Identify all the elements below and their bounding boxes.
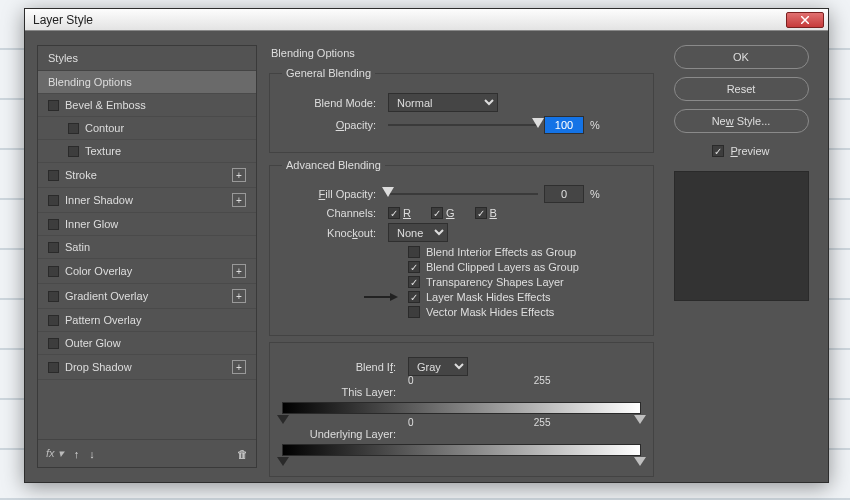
option-checkbox[interactable] [408,261,420,273]
section-title: Blending Options [271,47,654,59]
fill-opacity-label: Fill Opacity: [282,188,382,200]
option-checkbox[interactable] [408,246,420,258]
option-checkbox[interactable] [408,276,420,288]
style-item-texture[interactable]: Texture [38,140,256,163]
opacity-slider[interactable] [388,118,538,132]
this-layer-black-handle[interactable] [277,415,289,424]
style-checkbox[interactable] [48,100,59,111]
right-column: OK Reset New Style... Preview [666,45,816,468]
style-label: Satin [65,241,246,253]
underlying-black-handle[interactable] [277,457,289,466]
style-item-color-overlay[interactable]: Color Overlay+ [38,259,256,284]
option-label: Blend Interior Effects as Group [426,246,576,258]
advanced-blending-group: Advanced Blending Fill Opacity: 0 % Chan… [269,159,654,336]
style-item-pattern-overlay[interactable]: Pattern Overlay [38,309,256,332]
channel-b-checkbox[interactable] [475,207,487,219]
style-label: Contour [85,122,246,134]
knockout-label: Knockout: [282,227,382,239]
percent-label-2: % [590,188,600,200]
style-label: Bevel & Emboss [65,99,246,111]
knockout-select[interactable]: None [388,223,448,242]
option-row: Transparency Shapes Layer [408,276,641,288]
style-checkbox[interactable] [48,315,59,326]
style-checkbox[interactable] [48,338,59,349]
add-effect-icon[interactable]: + [232,193,246,207]
style-label: Blending Options [48,76,246,88]
blend-if-group: Blend If: Gray This Layer: 0 255 Underly… [269,342,654,477]
option-row: Vector Mask Hides Effects [408,306,641,318]
style-item-inner-glow[interactable]: Inner Glow [38,213,256,236]
style-checkbox[interactable] [48,219,59,230]
ok-button[interactable]: OK [674,45,809,69]
blend-if-select[interactable]: Gray [408,357,468,376]
fx-icon[interactable]: fx ▾ [46,447,64,460]
add-effect-icon[interactable]: + [232,168,246,182]
option-checkbox[interactable] [408,291,420,303]
blend-mode-select[interactable]: Normal [388,93,498,112]
style-item-contour[interactable]: Contour [38,117,256,140]
underlying-white-handle[interactable] [634,457,646,466]
option-checkbox[interactable] [408,306,420,318]
style-item-satin[interactable]: Satin [38,236,256,259]
move-up-icon[interactable]: ↑ [74,448,80,460]
style-label: Texture [85,145,246,157]
style-checkbox[interactable] [48,170,59,181]
trash-icon[interactable]: 🗑 [237,448,248,460]
reset-button[interactable]: Reset [674,77,809,101]
styles-panel: Styles Blending OptionsBevel & EmbossCon… [37,45,257,468]
style-label: Gradient Overlay [65,290,226,302]
channel-g-checkbox[interactable] [431,207,443,219]
window-title: Layer Style [33,13,93,27]
style-item-drop-shadow[interactable]: Drop Shadow+ [38,355,256,380]
style-item-outer-glow[interactable]: Outer Glow [38,332,256,355]
general-blending-group: General Blending Blend Mode: Normal Opac… [269,67,654,153]
style-item-gradient-overlay[interactable]: Gradient Overlay+ [38,284,256,309]
opacity-field[interactable]: 100 [544,116,584,134]
add-effect-icon[interactable]: + [232,264,246,278]
preview-checkbox[interactable] [712,145,724,157]
channel-r-checkbox[interactable] [388,207,400,219]
style-checkbox[interactable] [48,242,59,253]
arrow-indicator-icon [364,292,398,304]
underlying-layer-gradient[interactable] [282,444,641,456]
option-label: Transparency Shapes Layer [426,276,564,288]
style-checkbox[interactable] [48,291,59,302]
style-item-stroke[interactable]: Stroke+ [38,163,256,188]
add-effect-icon[interactable]: + [232,289,246,303]
option-label: Layer Mask Hides Effects [426,291,551,303]
style-label: Color Overlay [65,265,226,277]
layer-style-dialog: Layer Style Styles Blending OptionsBevel… [24,8,829,483]
option-label: Blend Clipped Layers as Group [426,261,579,273]
style-checkbox[interactable] [48,266,59,277]
style-label: Stroke [65,169,226,181]
svg-marker-1 [390,293,398,301]
move-down-icon[interactable]: ↓ [89,448,95,460]
add-effect-icon[interactable]: + [232,360,246,374]
preview-swatch [674,171,809,301]
this-layer-white-handle[interactable] [634,415,646,424]
blend-if-label: Blend If: [282,361,402,373]
this-layer-gradient[interactable] [282,402,641,414]
style-checkbox[interactable] [68,146,79,157]
close-icon [801,16,809,24]
underlying-layer-label: Underlying Layer: [282,428,402,440]
option-row: Blend Clipped Layers as Group [408,261,641,273]
style-checkbox[interactable] [48,195,59,206]
style-label: Inner Glow [65,218,246,230]
style-label: Inner Shadow [65,194,226,206]
new-style-button[interactable]: New Style... [674,109,809,133]
fill-opacity-field[interactable]: 0 [544,185,584,203]
fill-opacity-slider[interactable] [388,187,538,201]
style-label: Outer Glow [65,337,246,349]
close-button[interactable] [786,12,824,28]
style-checkbox[interactable] [48,362,59,373]
style-checkbox[interactable] [68,123,79,134]
option-row: Blend Interior Effects as Group [408,246,641,258]
titlebar: Layer Style [25,9,828,31]
style-item-inner-shadow[interactable]: Inner Shadow+ [38,188,256,213]
style-item-bevel-emboss[interactable]: Bevel & Emboss [38,94,256,117]
styles-footer: fx ▾ ↑ ↓ 🗑 [38,439,256,467]
option-label: Vector Mask Hides Effects [426,306,554,318]
advanced-legend: Advanced Blending [282,159,385,171]
style-item-blending-options[interactable]: Blending Options [38,71,256,94]
